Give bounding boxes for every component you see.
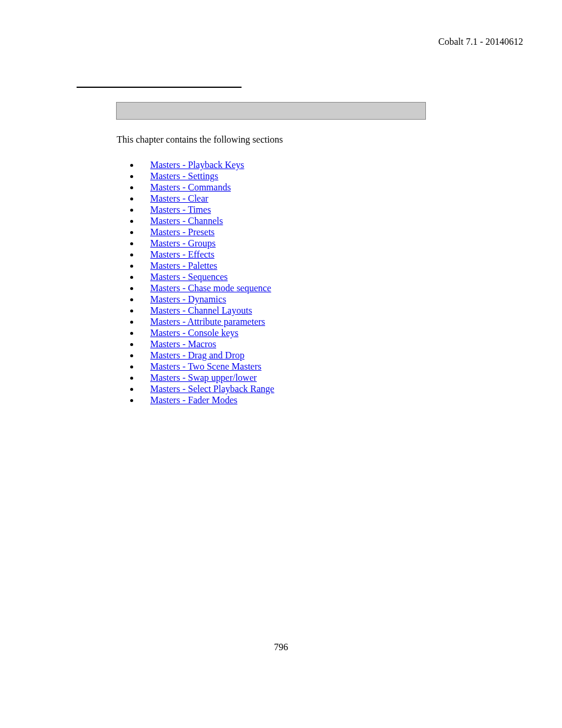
list-item: Masters - Effects: [140, 249, 275, 260]
list-item: Masters - Select Playback Range: [140, 383, 275, 394]
list-item: Masters - Playback Keys: [140, 159, 275, 170]
list-item: Masters - Commands: [140, 182, 275, 193]
list-item: Masters - Presets: [140, 226, 275, 238]
section-title-bar: [116, 102, 426, 120]
link-masters-select-playback-range[interactable]: Masters - Select Playback Range: [150, 384, 275, 394]
link-masters-settings[interactable]: Masters - Settings: [150, 171, 219, 181]
link-masters-chase-mode-sequence[interactable]: Masters - Chase mode sequence: [150, 283, 271, 293]
list-item: Masters - Attribute parameters: [140, 316, 275, 327]
list-item: Masters - Settings: [140, 170, 275, 182]
link-masters-sequences[interactable]: Masters - Sequences: [150, 272, 228, 282]
link-masters-fader-modes[interactable]: Masters - Fader Modes: [150, 395, 237, 405]
list-item: Masters - Fader Modes: [140, 394, 275, 406]
list-item: Masters - Sequences: [140, 271, 275, 282]
link-masters-effects[interactable]: Masters - Effects: [150, 249, 214, 259]
list-item: Masters - Channel Layouts: [140, 305, 275, 316]
list-item: Masters - Swap upper/lower: [140, 372, 275, 383]
list-item: Masters - Groups: [140, 238, 275, 249]
link-masters-palettes[interactable]: Masters - Palettes: [150, 261, 217, 271]
list-item: Masters - Drag and Drop: [140, 350, 275, 361]
link-masters-groups[interactable]: Masters - Groups: [150, 238, 216, 248]
list-item: Masters - Clear: [140, 193, 275, 204]
link-masters-channel-layouts[interactable]: Masters - Channel Layouts: [150, 305, 252, 315]
link-masters-playback-keys[interactable]: Masters - Playback Keys: [150, 160, 244, 170]
page-number: 796: [0, 642, 562, 653]
list-item: Masters - Palettes: [140, 260, 275, 271]
link-masters-two-scene-masters[interactable]: Masters - Two Scene Masters: [150, 361, 262, 371]
horizontal-rule: [77, 87, 242, 88]
header-version: Cobalt 7.1 - 20140612: [438, 37, 523, 47]
list-item: Masters - Dynamics: [140, 294, 275, 305]
list-item: Masters - Chase mode sequence: [140, 282, 275, 294]
link-masters-dynamics[interactable]: Masters - Dynamics: [150, 294, 226, 304]
link-masters-attribute-parameters[interactable]: Masters - Attribute parameters: [150, 317, 265, 327]
link-masters-clear[interactable]: Masters - Clear: [150, 193, 209, 203]
link-masters-channels[interactable]: Masters - Channels: [150, 216, 223, 226]
list-item: Masters - Times: [140, 204, 275, 215]
link-masters-swap-upper-lower[interactable]: Masters - Swap upper/lower: [150, 373, 257, 383]
list-item: Masters - Two Scene Masters: [140, 361, 275, 372]
list-item: Masters - Macros: [140, 338, 275, 350]
link-masters-times[interactable]: Masters - Times: [150, 205, 211, 215]
link-masters-drag-and-drop[interactable]: Masters - Drag and Drop: [150, 350, 244, 360]
link-masters-console-keys[interactable]: Masters - Console keys: [150, 328, 239, 338]
link-masters-macros[interactable]: Masters - Macros: [150, 339, 216, 349]
intro-text: This chapter contains the following sect…: [117, 134, 283, 145]
page-container: Cobalt 7.1 - 20140612 This chapter conta…: [0, 0, 562, 728]
link-masters-presets[interactable]: Masters - Presets: [150, 227, 214, 237]
link-masters-commands[interactable]: Masters - Commands: [150, 182, 231, 192]
list-item: Masters - Console keys: [140, 327, 275, 338]
link-list: Masters - Playback Keys Masters - Settin…: [140, 159, 275, 406]
list-item: Masters - Channels: [140, 215, 275, 226]
